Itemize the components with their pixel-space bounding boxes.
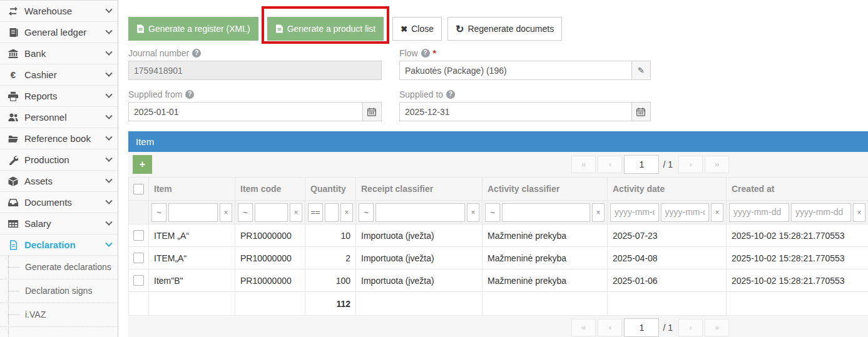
prev-page-button[interactable]: ‹: [598, 156, 622, 173]
file-list-icon: [275, 24, 283, 33]
chevron-down-icon: [105, 176, 112, 183]
clear-filter-button[interactable]: ×: [340, 203, 353, 222]
next-page-button[interactable]: ›: [678, 319, 703, 336]
sidebar-item-label: Warehouse: [24, 6, 72, 16]
sidebar-item-bank[interactable]: Bank: [0, 43, 118, 64]
clear-filter-button[interactable]: ×: [467, 203, 479, 222]
supplied-from-calendar-button[interactable]: [363, 102, 382, 121]
cell-item-code: PR10000000: [235, 224, 305, 247]
filter-operator-button[interactable]: ~: [359, 203, 374, 222]
activity-classifier-filter-input[interactable]: [502, 203, 590, 222]
last-page-button[interactable]: »: [705, 156, 729, 173]
help-icon[interactable]: ?: [192, 49, 201, 58]
created-at-from-filter-input[interactable]: [729, 203, 789, 222]
supplied-from-group: Supplied from ?: [128, 89, 382, 121]
generate-product-list-button[interactable]: Generate a product list: [267, 17, 384, 41]
bank-icon: [8, 49, 19, 59]
clear-filter-button[interactable]: ×: [592, 203, 605, 222]
item-code-filter-input[interactable]: [255, 203, 288, 222]
next-page-button[interactable]: ›: [678, 156, 703, 173]
activity-date-to-filter-input[interactable]: [661, 203, 710, 222]
add-item-button[interactable]: +: [133, 155, 152, 174]
journal-number-field[interactable]: [128, 61, 382, 80]
page-number-input[interactable]: [624, 155, 659, 174]
filter-operator-button[interactable]: ~: [485, 203, 500, 222]
sidebar-item-declaration[interactable]: Declaration: [0, 234, 118, 256]
prev-page-button[interactable]: ‹: [598, 319, 622, 336]
item-panel-footer: « ‹ / 1 › »: [128, 316, 868, 337]
submenu-item-declaration-signs[interactable]: Declaration signs: [0, 279, 118, 303]
item-filter-input[interactable]: [168, 203, 218, 222]
refresh-icon: ↻: [456, 23, 464, 35]
column-header-activity-date: Activity date: [608, 178, 727, 201]
declaration-submenu: Generate declarations Declaration signs …: [0, 256, 118, 327]
users-icon: [8, 113, 19, 123]
filter-operator-button[interactable]: ~: [151, 203, 166, 222]
sidebar-item-assets[interactable]: Assets: [0, 171, 118, 192]
clear-filter-button[interactable]: ×: [290, 203, 302, 222]
first-page-button[interactable]: «: [571, 156, 596, 173]
sidebar-item-production[interactable]: Production: [0, 149, 118, 171]
sidebar-item-general-ledger[interactable]: General ledger: [0, 22, 118, 43]
sidebar-item-reference-book[interactable]: Reference book: [0, 128, 118, 149]
sidebar-item-label: Cashier: [24, 69, 57, 80]
sidebar-item-warehouse[interactable]: Warehouse: [0, 1, 118, 22]
column-header-created-at: Created at: [727, 178, 868, 201]
row-checkbox[interactable]: [133, 230, 144, 241]
row-checkbox[interactable]: [133, 253, 144, 263]
submenu-item-ivaz[interactable]: i.VAZ: [0, 303, 118, 327]
sidebar-item-cashier[interactable]: € Cashier: [0, 64, 118, 86]
column-header-quantity: Quantity: [305, 178, 356, 201]
calendar-icon: [636, 108, 645, 116]
main-content: Generate a register (XML) Generate a pro…: [118, 0, 868, 337]
panel-title: Item: [136, 136, 154, 147]
help-icon[interactable]: ?: [421, 49, 430, 58]
row-checkbox[interactable]: [133, 275, 144, 286]
page-count-label: / 1: [661, 323, 677, 333]
sidebar-item-documents[interactable]: Documents: [0, 192, 118, 213]
cell-quantity: 10: [305, 224, 356, 247]
flow-label: Flow ? *: [399, 48, 651, 59]
select-all-checkbox[interactable]: [133, 184, 144, 194]
required-asterisk: *: [433, 48, 436, 58]
activity-date-from-filter-input[interactable]: [610, 203, 659, 222]
filter-operator-button[interactable]: ==: [308, 203, 323, 222]
sidebar-item-label: Production: [24, 154, 69, 165]
submenu-item-generate-declarations[interactable]: Generate declarations: [0, 256, 118, 279]
chevron-down-icon: [105, 154, 112, 161]
generate-register-button[interactable]: Generate a register (XML): [128, 17, 258, 41]
filter-operator-button[interactable]: ~: [238, 203, 253, 222]
supplied-to-label: Supplied to ?: [399, 89, 651, 100]
exchange-icon: [8, 6, 19, 16]
clear-filter-button[interactable]: ×: [853, 203, 865, 222]
last-page-button[interactable]: »: [705, 319, 729, 336]
cell-activity-classifier: Mažmeninė prekyba: [483, 247, 608, 269]
page-count-label: / 1: [661, 159, 677, 169]
clear-filter-button[interactable]: ×: [711, 203, 723, 222]
close-icon: ✖: [401, 24, 407, 34]
clear-filter-button[interactable]: ×: [220, 203, 232, 222]
supplied-from-label: Supplied from ?: [128, 89, 382, 100]
column-header-item-code: Item code: [235, 178, 305, 201]
close-button[interactable]: ✖ Close: [392, 17, 442, 41]
receipt-classifier-filter-input[interactable]: [375, 203, 465, 222]
quantity-filter-input[interactable]: [325, 203, 339, 222]
item-panel-header: Item: [128, 131, 868, 152]
help-icon[interactable]: ?: [185, 90, 194, 99]
help-icon[interactable]: ?: [446, 90, 455, 99]
page-number-input[interactable]: [624, 318, 659, 337]
sidebar-item-salary[interactable]: Salary: [0, 213, 118, 234]
first-page-button[interactable]: «: [571, 319, 596, 336]
table-total-row: 112: [129, 292, 868, 316]
supplied-from-field[interactable]: [128, 102, 363, 121]
wrench-icon: [8, 155, 19, 165]
created-at-to-filter-input[interactable]: [791, 203, 851, 222]
flow-field[interactable]: [399, 61, 632, 80]
supplied-to-calendar-button[interactable]: [632, 102, 651, 121]
inbox-icon: [8, 198, 19, 208]
sidebar-item-reports[interactable]: Reports: [0, 86, 118, 107]
supplied-to-field[interactable]: [399, 102, 632, 121]
sidebar-item-personnel[interactable]: Personnel: [0, 107, 118, 128]
regenerate-documents-button[interactable]: ↻ Regenerate documets: [447, 17, 562, 41]
flow-edit-button[interactable]: ✎: [632, 61, 651, 80]
